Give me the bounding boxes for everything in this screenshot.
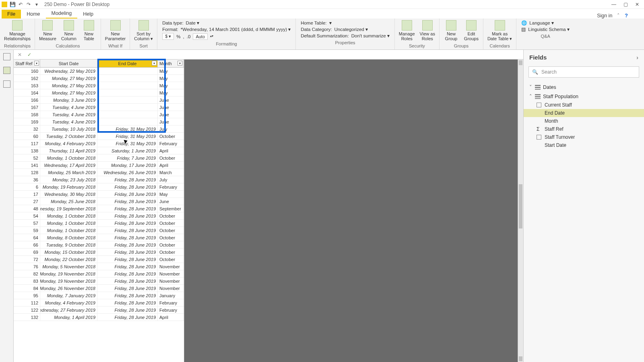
new-table-button[interactable]: New Table — [80, 19, 98, 42]
col-header-end-date[interactable]: End Date▾ — [97, 60, 158, 67]
formula-cancel-icon[interactable]: ✕ — [18, 52, 22, 58]
field-end-date[interactable]: End Date — [524, 109, 644, 117]
manage-roles-button[interactable]: Manage Roles — [397, 19, 417, 42]
hometable-dropdown[interactable]: ▾ — [329, 20, 332, 26]
new-group-button[interactable]: New Group — [442, 19, 460, 42]
window-minimize-icon[interactable]: — — [611, 2, 616, 7]
table-row[interactable]: 160Wednesday, 22 May 2019May — [14, 68, 184, 75]
currency-button[interactable]: $ ▾ — [162, 33, 174, 40]
table-row[interactable]: 117Monday, 4 February 2019Friday, 31 May… — [14, 140, 184, 147]
language-dropdown[interactable]: Language ▾ — [529, 20, 553, 26]
table-row[interactable]: 122Wednesday, 27 February 2019Friday, 28… — [14, 306, 184, 314]
summarization-dropdown[interactable]: Don't summarize ▾ — [351, 33, 390, 39]
table-row[interactable]: 95Monday, 7 January 2019Friday, 28 June … — [14, 292, 184, 299]
spinner-icon[interactable]: ▴▾ — [210, 35, 213, 37]
edit-groups-button[interactable]: Edit Groups — [462, 19, 481, 42]
linguistic-schema-dropdown[interactable]: Linguistic Schema ▾ — [528, 27, 570, 32]
field-month[interactable]: Month — [524, 117, 644, 125]
table-row[interactable]: 6Monday, 19 February 2018Friday, 28 June… — [14, 183, 184, 191]
data-view-icon[interactable] — [3, 67, 10, 74]
table-row[interactable]: 17Wednesday, 30 May 2018Friday, 28 June … — [14, 191, 184, 198]
table-row[interactable]: 163Monday, 27 May 2019May — [14, 82, 184, 89]
tab-help[interactable]: Help — [77, 10, 99, 19]
table-row[interactable]: 72Monday, 22 October 2018Friday, 28 June… — [14, 256, 184, 263]
percent-button[interactable]: % — [176, 34, 180, 39]
sort-by-column-button[interactable]: Sort by Column ▾ — [132, 19, 155, 42]
new-parameter-button[interactable]: New Parameter — [103, 19, 127, 42]
table-row[interactable]: 54Monday, 1 October 2018Friday, 28 June … — [14, 212, 184, 220]
view-as-roles-button[interactable]: View as Roles — [418, 19, 437, 42]
filter-dropdown-icon[interactable]: ▾ — [152, 61, 157, 66]
report-view-icon[interactable] — [3, 53, 10, 60]
window-restore-icon[interactable]: ▢ — [623, 2, 628, 7]
field-staff-turnover[interactable]: Staff Turnover — [524, 133, 644, 141]
table-row[interactable]: 141Wednesday, 17 April 2019Monday, 17 Ju… — [14, 162, 184, 169]
field-staff-ref[interactable]: ΣStaff Ref — [524, 125, 644, 133]
filter-dropdown-icon[interactable]: ▾ — [178, 61, 182, 66]
filter-dropdown-icon[interactable]: ▾ — [34, 61, 39, 66]
new-measure-button[interactable]: New Measure — [37, 19, 58, 42]
tab-file[interactable]: File — [2, 10, 21, 19]
table-row[interactable]: 167Tuesday, 4 June 2019June — [14, 104, 184, 111]
table-row[interactable]: 59Monday, 1 October 2018Friday, 28 June … — [14, 227, 184, 234]
model-view-icon[interactable] — [3, 80, 10, 88]
ribbon-collapse-icon[interactable]: ˄ — [617, 12, 620, 19]
qat-more-icon[interactable]: ▾ — [34, 2, 39, 7]
table-row[interactable]: 169Tuesday, 4 June 2019June — [14, 118, 184, 125]
undo-icon[interactable]: ↶ — [18, 2, 23, 7]
field-current-staff[interactable]: Current Staff — [524, 101, 644, 109]
table-row[interactable]: 83Monday, 19 November 2018Friday, 28 Jun… — [14, 278, 184, 285]
format-dropdown[interactable]: *Wednesday, 14 March 2001 (dddd, d MMMM … — [181, 27, 291, 32]
datacategory-dropdown[interactable]: Uncategorized ▾ — [334, 27, 368, 32]
table-row[interactable]: 32Tuesday, 10 July 2018Friday, 31 May 20… — [14, 125, 184, 133]
table-row[interactable]: 166Monday, 3 June 2019June — [14, 97, 184, 104]
measure-icon — [537, 103, 541, 107]
decimal-button[interactable]: .0 — [187, 34, 191, 39]
tab-modeling[interactable]: Modeling — [46, 9, 78, 19]
col-header-month[interactable]: Month▾ — [158, 60, 184, 67]
new-column-button[interactable]: New Column — [60, 19, 78, 42]
table-row[interactable]: 69Monday, 15 October 2018Friday, 28 June… — [14, 249, 184, 256]
table-row[interactable]: 82Monday, 19 November 2018Friday, 28 Jun… — [14, 270, 184, 278]
formula-commit-icon[interactable]: ✓ — [27, 52, 31, 58]
vertical-scrollbar[interactable] — [518, 60, 523, 362]
col-header-start-date[interactable]: Start Date — [40, 60, 97, 67]
table-row[interactable]: 64Monday, 8 October 2018Friday, 28 June … — [14, 234, 184, 241]
scroll-up-icon[interactable] — [519, 60, 522, 65]
table-row[interactable]: 66Tuesday, 9 October 2018Friday, 28 June… — [14, 241, 184, 249]
table-row[interactable]: 132Monday, 1 April 2019Friday, 28 June 2… — [14, 314, 184, 321]
manage-relationships-button[interactable]: Manage Relationships — [2, 19, 32, 42]
table-row[interactable]: 57Monday, 1 October 2018Friday, 28 June … — [14, 220, 184, 227]
table-row[interactable]: 76Monday, 5 November 2018Friday, 28 June… — [14, 263, 184, 270]
table-row[interactable]: 36Monday, 23 July 2018Friday, 28 June 20… — [14, 176, 184, 183]
save-icon[interactable]: 💾 — [10, 2, 15, 7]
signin-link[interactable]: Sign in — [597, 13, 612, 19]
table-row[interactable]: 128Monday, 25 March 2019Wednesday, 26 Ju… — [14, 169, 184, 176]
scroll-thumb[interactable] — [519, 184, 522, 228]
table-staff-population[interactable]: ˄Staff Population — [524, 92, 644, 101]
field-start-date[interactable]: Start Date — [524, 141, 644, 149]
thousands-button[interactable]: , — [183, 34, 184, 39]
datatype-dropdown[interactable]: Date ▾ — [186, 20, 200, 26]
table-row[interactable]: 168Tuesday, 4 June 2019June — [14, 111, 184, 118]
tab-home[interactable]: Home — [21, 10, 45, 19]
table-row[interactable]: 52Monday, 1 October 2018Friday, 7 June 2… — [14, 154, 184, 162]
table-row[interactable]: 164Monday, 27 May 2019May — [14, 89, 184, 97]
table-row[interactable]: 84Monday, 26 November 2018Friday, 28 Jun… — [14, 285, 184, 292]
col-header-staff-ref[interactable]: Staff Ref▾ — [14, 60, 40, 67]
auto-decimals-input[interactable]: Auto — [193, 33, 208, 40]
table-row[interactable]: 27Monday, 25 June 2018Friday, 28 June 20… — [14, 198, 184, 205]
fields-collapse-icon[interactable]: › — [636, 54, 638, 61]
fields-search-input[interactable]: 🔍 Search — [528, 66, 639, 78]
help-icon[interactable]: ? — [625, 13, 628, 19]
mark-date-table-button[interactable]: Mark as Date Table ▾ — [486, 19, 514, 42]
table-row[interactable]: 162Monday, 27 May 2019May — [14, 75, 184, 82]
table-row[interactable]: 112Monday, 4 February 2019Friday, 28 Jun… — [14, 299, 184, 306]
window-close-icon[interactable]: ✕ — [635, 2, 639, 7]
table-row[interactable]: 60Tuesday, 2 October 2018Friday, 31 May … — [14, 133, 184, 140]
scroll-down-icon[interactable] — [519, 356, 522, 361]
table-row[interactable]: 48Wednesday, 19 September 2018Friday, 28… — [14, 205, 184, 212]
table-row[interactable]: 138Thursday, 11 April 2019Saturday, 1 Ju… — [14, 147, 184, 154]
table-dates[interactable]: ˅Dates — [524, 82, 644, 92]
redo-icon[interactable]: ↷ — [26, 2, 31, 7]
